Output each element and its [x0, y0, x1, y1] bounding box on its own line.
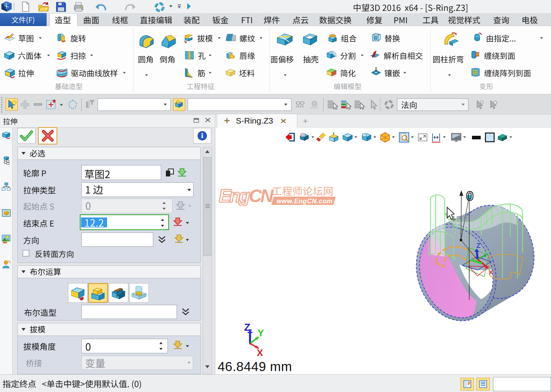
svg-text:Z: Z — [244, 321, 250, 333]
svg-text:Eng: Eng — [219, 186, 250, 206]
svg-text:0: 0 — [466, 188, 474, 203]
svg-text:X: X — [257, 347, 263, 358]
svg-text:X: X — [489, 269, 493, 276]
svg-text:Z: Z — [476, 242, 480, 249]
svg-text:Y: Y — [258, 328, 264, 338]
svg-text:CN: CN — [249, 186, 274, 206]
svg-text:Y: Y — [486, 249, 490, 255]
svg-text:12.2: 12.2 — [451, 214, 468, 223]
svg-text:www.EngCN.com: www.EngCN.com — [276, 197, 333, 204]
